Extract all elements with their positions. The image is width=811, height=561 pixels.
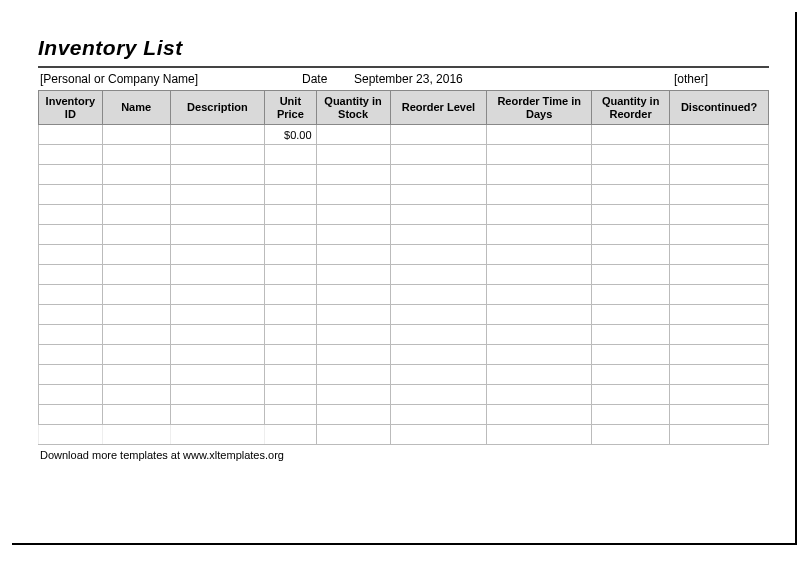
cell-name[interactable]: [102, 145, 170, 165]
cell-inventory_id[interactable]: [39, 385, 103, 405]
cell-reorder_level[interactable]: [390, 405, 487, 425]
cell-qty_reorder[interactable]: [592, 305, 670, 325]
cell-description[interactable]: [170, 225, 265, 245]
cell-inventory_id[interactable]: [39, 145, 103, 165]
cell-discontinued[interactable]: [670, 185, 769, 205]
cell-discontinued[interactable]: [670, 345, 769, 365]
cell-unit_price[interactable]: [265, 305, 316, 325]
cell-description[interactable]: [170, 205, 265, 225]
cell-reorder_level[interactable]: [390, 325, 487, 345]
cell-reorder_time[interactable]: [487, 285, 592, 305]
cell-qty_reorder[interactable]: [592, 225, 670, 245]
cell-discontinued[interactable]: [670, 305, 769, 325]
cell-reorder_time[interactable]: [487, 245, 592, 265]
cell-reorder_level[interactable]: [390, 245, 487, 265]
cell-discontinued[interactable]: [670, 325, 769, 345]
cell-reorder_time[interactable]: [487, 325, 592, 345]
cell-qty_stock[interactable]: [316, 185, 390, 205]
cell-qty_stock[interactable]: [316, 325, 390, 345]
cell-qty_stock[interactable]: [316, 385, 390, 405]
cell-unit_price[interactable]: [265, 365, 316, 385]
cell-inventory_id[interactable]: [39, 405, 103, 425]
cell-name[interactable]: [102, 245, 170, 265]
cell-description[interactable]: [170, 405, 265, 425]
cell-qty_stock[interactable]: [316, 405, 390, 425]
cell-reorder_time[interactable]: [487, 125, 592, 145]
cell-name[interactable]: [102, 125, 170, 145]
cell-qty_reorder[interactable]: [592, 245, 670, 265]
cell-name[interactable]: [102, 305, 170, 325]
cell-reorder_level[interactable]: [390, 305, 487, 325]
cell-name[interactable]: [102, 165, 170, 185]
cell-discontinued[interactable]: [670, 145, 769, 165]
cell-unit_price[interactable]: [265, 225, 316, 245]
cell-inventory_id[interactable]: [39, 365, 103, 385]
cell-inventory_id[interactable]: [39, 265, 103, 285]
cell-unit_price[interactable]: [265, 165, 316, 185]
cell-name[interactable]: [102, 345, 170, 365]
cell-qty_reorder[interactable]: [592, 165, 670, 185]
cell-inventory_id[interactable]: [39, 345, 103, 365]
cell-discontinued[interactable]: [670, 405, 769, 425]
cell-reorder_time[interactable]: [487, 385, 592, 405]
cell-description[interactable]: [170, 285, 265, 305]
cell-discontinued[interactable]: [670, 125, 769, 145]
cell-qty_stock[interactable]: [316, 145, 390, 165]
cell-discontinued[interactable]: [670, 205, 769, 225]
cell-discontinued[interactable]: [670, 365, 769, 385]
cell-qty_stock[interactable]: [316, 285, 390, 305]
cell-name[interactable]: [102, 285, 170, 305]
cell-name[interactable]: [102, 405, 170, 425]
cell-name[interactable]: [102, 205, 170, 225]
cell-description[interactable]: [170, 305, 265, 325]
company-name-placeholder[interactable]: [Personal or Company Name]: [40, 72, 302, 86]
cell-reorder_level[interactable]: [390, 425, 487, 445]
cell-inventory_id[interactable]: [39, 165, 103, 185]
cell-qty_reorder[interactable]: [592, 365, 670, 385]
cell-qty_reorder[interactable]: [592, 185, 670, 205]
cell-name[interactable]: [102, 425, 170, 445]
cell-reorder_time[interactable]: [487, 205, 592, 225]
cell-reorder_level[interactable]: [390, 345, 487, 365]
cell-reorder_time[interactable]: [487, 305, 592, 325]
cell-reorder_time[interactable]: [487, 365, 592, 385]
cell-description[interactable]: [170, 265, 265, 285]
cell-qty_stock[interactable]: [316, 205, 390, 225]
cell-qty_stock[interactable]: [316, 225, 390, 245]
cell-qty_reorder[interactable]: [592, 205, 670, 225]
cell-name[interactable]: [102, 185, 170, 205]
cell-reorder_time[interactable]: [487, 405, 592, 425]
cell-qty_reorder[interactable]: [592, 285, 670, 305]
cell-inventory_id[interactable]: [39, 125, 103, 145]
cell-description[interactable]: [170, 325, 265, 345]
cell-name[interactable]: [102, 325, 170, 345]
cell-reorder_level[interactable]: [390, 145, 487, 165]
cell-qty_stock[interactable]: [316, 345, 390, 365]
cell-name[interactable]: [102, 385, 170, 405]
cell-unit_price[interactable]: [265, 325, 316, 345]
cell-qty_stock[interactable]: [316, 365, 390, 385]
cell-inventory_id[interactable]: [39, 245, 103, 265]
cell-qty_stock[interactable]: [316, 245, 390, 265]
cell-inventory_id[interactable]: [39, 285, 103, 305]
cell-unit_price[interactable]: [265, 425, 316, 445]
cell-qty_stock[interactable]: [316, 265, 390, 285]
cell-description[interactable]: [170, 345, 265, 365]
cell-reorder_time[interactable]: [487, 225, 592, 245]
cell-description[interactable]: [170, 385, 265, 405]
cell-reorder_level[interactable]: [390, 285, 487, 305]
cell-discontinued[interactable]: [670, 265, 769, 285]
cell-reorder_time[interactable]: [487, 185, 592, 205]
cell-inventory_id[interactable]: [39, 305, 103, 325]
cell-description[interactable]: [170, 365, 265, 385]
cell-unit_price[interactable]: [265, 405, 316, 425]
cell-discontinued[interactable]: [670, 225, 769, 245]
cell-reorder_level[interactable]: [390, 265, 487, 285]
cell-reorder_time[interactable]: [487, 425, 592, 445]
cell-qty_reorder[interactable]: [592, 345, 670, 365]
cell-discontinued[interactable]: [670, 285, 769, 305]
cell-reorder_level[interactable]: [390, 165, 487, 185]
cell-description[interactable]: [170, 145, 265, 165]
cell-discontinued[interactable]: [670, 425, 769, 445]
cell-discontinued[interactable]: [670, 245, 769, 265]
